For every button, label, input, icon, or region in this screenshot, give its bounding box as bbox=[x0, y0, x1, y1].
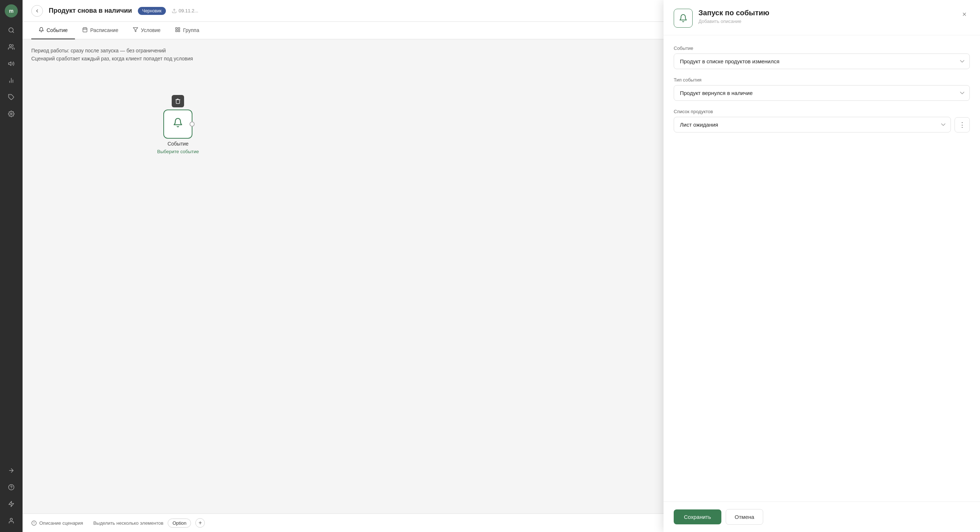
panel-footer: Сохранить Отмена bbox=[663, 502, 980, 532]
event-node[interactable] bbox=[163, 110, 192, 139]
sidebar-icon-chart[interactable] bbox=[4, 73, 18, 87]
avatar[interactable]: m bbox=[5, 4, 18, 18]
sidebar-icon-puzzle[interactable] bbox=[4, 90, 18, 104]
product-list-row: Лист ожидания Все продукты Избранное ⋮ bbox=[674, 117, 970, 132]
svg-line-1 bbox=[13, 31, 13, 32]
node-connector bbox=[189, 121, 195, 127]
cancel-button[interactable]: Отмена bbox=[726, 509, 764, 525]
tab-group-label: Группа bbox=[183, 27, 199, 33]
tab-event-icon bbox=[38, 27, 44, 33]
event-field: Событие Продукт в списке продуктов измен… bbox=[674, 46, 970, 69]
event-node-wrapper: Событие Выберите событие bbox=[157, 95, 199, 154]
sidebar-icon-question[interactable] bbox=[4, 480, 18, 494]
page-title: Продукт снова в наличии bbox=[49, 7, 132, 14]
product-list-field: Список продуктов Лист ожидания Все проду… bbox=[674, 109, 970, 132]
svg-point-8 bbox=[11, 113, 13, 115]
panel-icon bbox=[674, 9, 693, 28]
event-select[interactable]: Продукт в списке продуктов изменился Про… bbox=[674, 54, 970, 69]
svg-rect-15 bbox=[83, 28, 87, 32]
event-panel: Запуск по событию Добавить описание × Со… bbox=[663, 0, 980, 532]
save-date-text: 09.11.2... bbox=[178, 8, 198, 13]
tab-schedule-icon bbox=[82, 27, 88, 33]
svg-marker-3 bbox=[9, 62, 11, 66]
node-delete-button[interactable] bbox=[172, 95, 184, 107]
tab-condition[interactable]: Условие bbox=[126, 22, 168, 39]
tab-event-label: Событие bbox=[46, 27, 68, 33]
sidebar-icon-settings[interactable] bbox=[4, 107, 18, 121]
product-list-label: Список продуктов bbox=[674, 109, 970, 114]
panel-header: Запуск по событию Добавить описание × bbox=[663, 0, 980, 35]
draft-badge: Черновик bbox=[138, 7, 166, 15]
svg-rect-22 bbox=[178, 30, 180, 32]
event-type-select[interactable]: Продукт вернулся в наличие Продукт закон… bbox=[674, 85, 970, 101]
description-label: Описание сценария bbox=[39, 520, 83, 526]
node-label: Событие bbox=[167, 141, 188, 147]
svg-rect-21 bbox=[178, 28, 180, 29]
plus-button[interactable]: + bbox=[195, 518, 205, 528]
svg-marker-19 bbox=[133, 28, 138, 32]
panel-close-button[interactable]: × bbox=[959, 9, 970, 20]
panel-subtitle[interactable]: Добавить описание bbox=[698, 19, 953, 24]
svg-rect-20 bbox=[176, 28, 177, 29]
sidebar-icon-person[interactable] bbox=[4, 514, 18, 528]
tab-group[interactable]: Группа bbox=[168, 22, 206, 39]
svg-point-2 bbox=[10, 45, 12, 46]
select-label: Выделить несколько элементов bbox=[93, 520, 163, 526]
node-link[interactable]: Выберите событие bbox=[157, 149, 199, 154]
sidebar-icon-megaphone[interactable] bbox=[4, 57, 18, 71]
svg-rect-23 bbox=[176, 30, 177, 32]
description-info: Описание сценария bbox=[31, 520, 83, 526]
event-type-field: Тип события Продукт вернулся в наличие П… bbox=[674, 77, 970, 101]
sidebar-icon-search[interactable] bbox=[4, 23, 18, 37]
save-button[interactable]: Сохранить bbox=[674, 510, 721, 524]
sidebar-icon-arrow[interactable] bbox=[4, 464, 18, 478]
option-badge[interactable]: Option bbox=[168, 519, 191, 528]
back-button[interactable] bbox=[31, 5, 43, 17]
tab-condition-icon bbox=[133, 27, 138, 33]
tab-condition-label: Условие bbox=[141, 27, 161, 33]
sidebar: m bbox=[0, 0, 22, 532]
panel-title: Запуск по событию bbox=[698, 9, 953, 17]
event-type-label: Тип события bbox=[674, 77, 970, 83]
sidebar-icon-users[interactable] bbox=[4, 40, 18, 54]
tab-schedule[interactable]: Расписание bbox=[75, 22, 126, 39]
panel-body: Событие Продукт в списке продуктов измен… bbox=[663, 35, 980, 502]
svg-point-13 bbox=[10, 518, 13, 520]
tab-schedule-label: Расписание bbox=[90, 27, 118, 33]
save-date: 09.11.2... bbox=[172, 8, 198, 13]
product-list-select[interactable]: Лист ожидания Все продукты Избранное bbox=[674, 117, 951, 132]
svg-marker-12 bbox=[9, 502, 14, 507]
event-field-label: Событие bbox=[674, 46, 970, 51]
bell-icon bbox=[173, 118, 183, 130]
panel-title-area: Запуск по событию Добавить описание bbox=[698, 9, 953, 24]
tab-event[interactable]: Событие bbox=[31, 22, 75, 39]
sidebar-icon-bolt[interactable] bbox=[4, 497, 18, 511]
tab-group-icon bbox=[175, 27, 180, 33]
more-options-button[interactable]: ⋮ bbox=[955, 117, 970, 132]
